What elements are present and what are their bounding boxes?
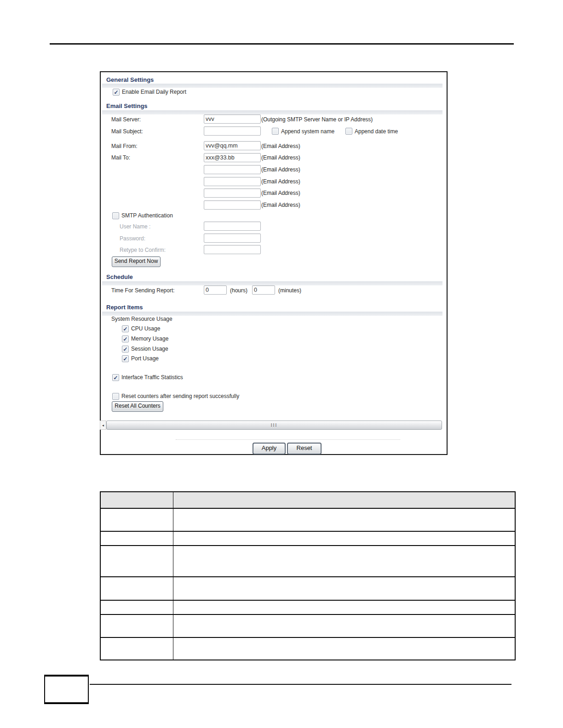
header-rule — [50, 43, 514, 45]
footer-rule — [90, 684, 511, 685]
user-name-label: User Name : — [120, 223, 150, 230]
minutes-input[interactable] — [252, 285, 275, 295]
mail-to-label: Mail To: — [111, 154, 130, 161]
append-system-name-checkbox[interactable] — [272, 128, 279, 135]
user-name-input[interactable] — [204, 222, 261, 231]
section-title-report-items: Report Items — [106, 304, 143, 311]
session-usage-label: Session Usage — [131, 346, 168, 352]
append-date-time-checkbox[interactable] — [345, 128, 352, 135]
mail-from-hint: (Email Address) — [261, 143, 300, 149]
retype-confirm-input[interactable] — [204, 245, 261, 254]
minutes-hint: (minutes) — [278, 287, 301, 294]
section-title-schedule: Schedule — [106, 273, 133, 280]
table-header-row — [101, 492, 515, 508]
port-usage-label: Port Usage — [131, 355, 159, 362]
dotted-divider — [176, 439, 400, 440]
reset-all-counters-button[interactable]: Reset All Counters — [112, 401, 163, 412]
append-system-name-label: Append system name — [281, 128, 334, 135]
section-divider — [102, 110, 442, 114]
table-cell — [101, 532, 173, 545]
enable-email-daily-report-checkbox[interactable]: ✓ — [113, 89, 120, 96]
system-resource-usage-label: System Resource Usage — [111, 316, 172, 322]
smtp-authentication-checkbox[interactable] — [112, 212, 119, 219]
table-cell — [101, 638, 173, 660]
port-usage-checkbox[interactable]: ✓ — [122, 355, 129, 362]
password-label: Password: — [120, 235, 145, 242]
mail-to-input-5[interactable] — [204, 200, 261, 210]
table-row — [101, 600, 515, 614]
hours-hint: (hours) — [230, 287, 247, 294]
summary-table — [100, 491, 516, 660]
email-address-hint: (Email Address) — [261, 202, 300, 208]
email-address-hint: (Email Address) — [261, 178, 300, 185]
mail-server-label: Mail Server: — [111, 116, 141, 123]
table-cell — [173, 638, 515, 660]
cpu-usage-label: CPU Usage — [131, 325, 160, 332]
table-row — [101, 576, 515, 600]
table-cell — [173, 532, 515, 545]
memory-usage-label: Memory Usage — [131, 336, 168, 342]
section-title-email-settings: Email Settings — [106, 102, 148, 109]
table-row — [101, 531, 515, 545]
mail-server-hint: (Outgoing SMTP Server Name or IP Address… — [261, 116, 373, 123]
mail-from-input[interactable] — [204, 141, 261, 150]
mail-subject-label: Mail Subject: — [111, 128, 143, 135]
append-date-time-label: Append date time — [355, 128, 398, 135]
email-address-hint: (Email Address) — [261, 154, 300, 161]
table-cell — [173, 546, 515, 576]
manual-page: General Settings ✓ Enable Email Daily Re… — [0, 0, 563, 728]
page-number-box — [44, 675, 89, 704]
interface-traffic-statistics-label: Interface Traffic Statistics — [121, 374, 183, 381]
mail-to-input-1[interactable] — [204, 153, 261, 162]
apply-button[interactable]: Apply — [253, 443, 286, 455]
horizontal-scrollbar[interactable]: III — [106, 421, 442, 430]
table-header-cell — [101, 492, 173, 508]
table-row — [101, 508, 515, 531]
mail-to-input-2[interactable] — [204, 165, 261, 174]
section-title-general-settings: General Settings — [106, 76, 154, 83]
email-address-hint: (Email Address) — [261, 166, 300, 173]
email-address-hint: (Email Address) — [261, 190, 300, 196]
cpu-usage-checkbox[interactable]: ✓ — [122, 325, 129, 332]
interface-traffic-statistics-checkbox[interactable]: ✓ — [112, 374, 119, 381]
table-cell — [101, 615, 173, 637]
mail-to-input-4[interactable] — [204, 188, 261, 198]
scrollbar-grip-icon[interactable]: III — [271, 423, 277, 428]
table-row — [101, 637, 515, 660]
time-for-sending-report-label: Time For Sending Report: — [111, 287, 175, 294]
mail-subject-input[interactable] — [204, 126, 261, 136]
table-row — [101, 614, 515, 637]
mail-server-input[interactable] — [204, 114, 261, 124]
hours-input[interactable] — [204, 285, 227, 295]
email-daily-report-settings-panel: General Settings ✓ Enable Email Daily Re… — [100, 71, 448, 455]
table-cell — [173, 615, 515, 637]
scroll-left-icon[interactable]: ◂ — [100, 421, 106, 430]
session-usage-checkbox[interactable]: ✓ — [122, 346, 129, 353]
table-row — [101, 545, 515, 576]
table-cell — [101, 601, 173, 614]
reset-counters-checkbox[interactable] — [112, 393, 119, 400]
table-cell — [101, 509, 173, 531]
table-cell — [173, 601, 515, 614]
reset-button[interactable]: Reset — [287, 443, 322, 455]
send-report-now-button[interactable]: Send Report Now — [112, 256, 161, 267]
password-input[interactable] — [204, 233, 261, 243]
smtp-authentication-label: SMTP Authentication — [121, 212, 173, 219]
section-divider — [102, 84, 442, 88]
table-cell — [173, 509, 515, 531]
mail-to-input-3[interactable] — [204, 177, 261, 186]
table-cell — [173, 577, 515, 600]
retype-confirm-label: Retype to Confirm: — [120, 247, 166, 253]
section-divider — [102, 312, 442, 316]
mail-from-label: Mail From: — [111, 143, 138, 149]
memory-usage-checkbox[interactable]: ✓ — [122, 336, 129, 342]
table-cell — [101, 577, 173, 600]
section-divider — [102, 281, 442, 285]
enable-email-daily-report-label: Enable Email Daily Report — [122, 89, 186, 95]
table-header-cell — [173, 492, 515, 508]
reset-counters-label: Reset counters after sending report succ… — [121, 393, 239, 399]
table-cell — [101, 546, 173, 576]
